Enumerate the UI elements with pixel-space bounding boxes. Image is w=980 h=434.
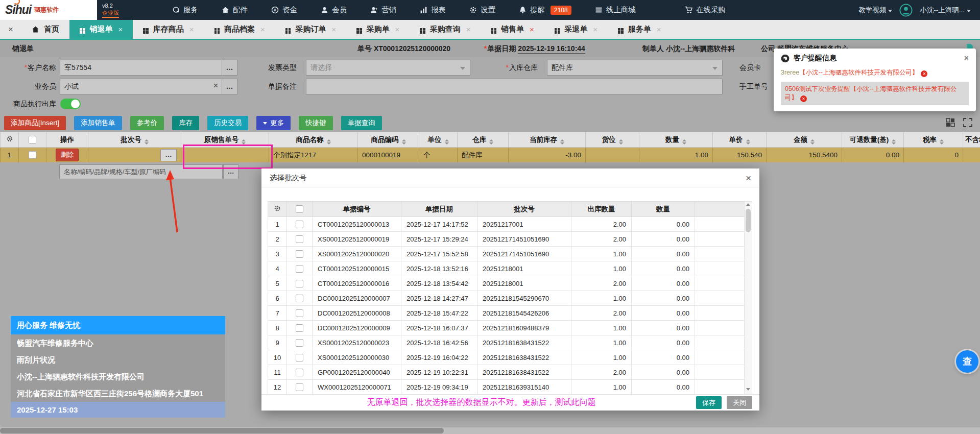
menu-item-marketing[interactable]: 营销 [370, 5, 396, 15]
close-button[interactable]: 关闭 [727, 396, 752, 409]
hotkeys-button[interactable]: 快捷键 [299, 116, 333, 130]
batch-qty-cell[interactable]: 0.00 [632, 365, 695, 380]
tab-home[interactable]: 首页 [21, 20, 69, 39]
batch-qty-cell[interactable]: 0.00 [632, 335, 695, 350]
batch-qty-cell[interactable]: 0.00 [632, 276, 695, 291]
scroll-down-icon[interactable] [746, 388, 750, 391]
tab-purchase-doc[interactable]: 采购单× [346, 20, 410, 39]
price-cell[interactable]: 150.540 [713, 148, 767, 163]
tab-sales-return[interactable]: 销退单× [69, 20, 133, 39]
origin-sales-no-cell[interactable] [181, 148, 269, 163]
menu-item-member[interactable]: 会员 [321, 5, 347, 15]
batch-row-checkbox[interactable] [296, 369, 303, 376]
doc-query-button[interactable]: 单据查询 [341, 116, 382, 130]
tab-close-icon[interactable]: × [530, 25, 534, 34]
batch-row-checkbox[interactable] [296, 221, 303, 228]
batch-row-checkbox[interactable] [296, 309, 303, 317]
col-header[interactable]: 商品名称 [269, 132, 358, 148]
tutorial-video-link[interactable]: 教学视频 [858, 6, 892, 15]
menu-item-mall[interactable]: 线上商城 [595, 5, 636, 15]
batch-qty-cell[interactable]: 0.00 [632, 291, 695, 306]
menu-item-service[interactable]: 服务 [172, 5, 198, 15]
avatar[interactable] [899, 4, 913, 17]
menu-item-purchase[interactable]: 在线采购 [685, 5, 726, 15]
batch-row-checkbox[interactable] [296, 250, 303, 258]
select-all-checkbox[interactable] [29, 136, 36, 143]
horizontal-scrollbar[interactable] [0, 427, 980, 434]
batch-qty-cell[interactable]: 0.00 [632, 261, 695, 276]
batch-qty-cell[interactable]: 0.00 [632, 321, 695, 335]
col-out-qty[interactable]: 出库数量 [571, 202, 632, 217]
tab-close-icon[interactable]: × [331, 25, 336, 34]
select-all-checkbox[interactable] [296, 205, 303, 213]
clear-icon[interactable]: × [213, 81, 218, 90]
column-settings-cell[interactable] [1, 132, 19, 148]
menu-item-settings[interactable]: 设置 [469, 5, 495, 15]
tab-close-icon[interactable]: × [466, 25, 471, 34]
batch-row-checkbox[interactable] [296, 265, 303, 273]
save-button[interactable]: 保存 [696, 396, 722, 409]
col-header[interactable]: 批次号 [88, 132, 181, 148]
col-header[interactable]: 单位 [419, 132, 458, 148]
col-header[interactable]: 仓库 [458, 132, 509, 148]
batch-qty-cell[interactable]: 0.00 [632, 350, 695, 365]
tab-product-files[interactable]: 商品档案× [204, 20, 275, 39]
stock-button[interactable]: 库存 [172, 116, 199, 130]
horizontal-scrollbar-thumb[interactable] [0, 428, 444, 433]
col-header[interactable]: 当前库存 [509, 132, 586, 148]
floating-search-button[interactable]: 查 [956, 350, 978, 373]
tab-stock-items[interactable]: 库存商品× [133, 20, 204, 39]
tab-service-doc[interactable]: 服务单× [608, 20, 671, 39]
batch-qty-cell[interactable]: 0.00 [632, 247, 695, 261]
col-doc-no[interactable]: 单据编号 [313, 202, 401, 217]
col-doc-date[interactable]: 单据日期 [401, 202, 477, 217]
batch-row-checkbox[interactable] [296, 280, 303, 287]
layout-grid-icon[interactable] [945, 117, 955, 128]
add-product-button[interactable]: 添加商品[Insert] [4, 116, 66, 130]
col-header[interactable]: 税率 [904, 132, 963, 148]
tab-close-icon[interactable]: × [260, 25, 265, 34]
user-menu[interactable]: 小沈--上海驷... [920, 6, 971, 15]
batch-qty-cell[interactable]: 0.00 [632, 380, 695, 395]
reminder-close-icon[interactable]: × [964, 54, 969, 62]
menu-item-report[interactable]: 报表 [420, 5, 446, 15]
outbound-toggle[interactable] [60, 99, 81, 109]
fullscreen-icon[interactable] [963, 117, 973, 128]
customer-picker-button[interactable]: … [222, 60, 237, 76]
more-button[interactable]: 更多 [256, 116, 291, 130]
salesman-picker-button[interactable]: … [222, 79, 237, 94]
menu-item-parts[interactable]: 配件 [222, 5, 248, 15]
invoice-type-select[interactable]: 请选择 [306, 60, 470, 76]
tab-close-icon[interactable]: × [657, 25, 661, 34]
batch-no-cell[interactable]: … [88, 148, 181, 163]
add-sales-order-button[interactable]: 添加销售单 [74, 116, 122, 130]
batch-row-checkbox[interactable] [296, 295, 303, 302]
tab-close-icon[interactable]: × [118, 25, 123, 34]
tab-purchase-return[interactable]: 采退单× [544, 20, 608, 39]
row-checkbox[interactable] [29, 151, 36, 159]
warehouse-select[interactable]: 配件库 [547, 60, 723, 76]
scroll-up-icon[interactable] [746, 203, 750, 206]
product-search-picker-button[interactable]: … [223, 164, 238, 179]
qty-cell[interactable]: 1.00 [639, 148, 713, 163]
product-search-input[interactable] [59, 164, 223, 179]
tab-close-icon[interactable]: × [593, 25, 597, 34]
reminder-delete-icon[interactable]: × [800, 95, 807, 102]
col-header[interactable]: 不含税价 [963, 132, 980, 148]
col-header[interactable]: 可退数量(基) [842, 132, 904, 148]
col-header[interactable]: 原销售单号 [181, 132, 269, 148]
batch-qty-cell[interactable]: 0.00 [632, 306, 695, 321]
menu-item-notify[interactable]: 提醒2108 [519, 5, 571, 15]
col-header[interactable]: 商品编码 [358, 132, 419, 148]
batch-row-checkbox[interactable] [296, 339, 303, 347]
tab-purchase-order[interactable]: 采购订单× [275, 20, 346, 39]
col-header[interactable]: 金额 [767, 132, 842, 148]
tab-close-icon[interactable]: × [395, 25, 400, 34]
tab-close-icon[interactable]: × [189, 25, 194, 34]
reminder-delete-icon[interactable]: × [921, 70, 927, 77]
dialog-table-scrollbar[interactable] [744, 201, 752, 394]
customer-input[interactable] [60, 60, 222, 76]
col-header[interactable]: 数量 [639, 132, 713, 148]
col-header[interactable]: 货位 [586, 132, 639, 148]
col-header[interactable]: 单价 [713, 132, 767, 148]
